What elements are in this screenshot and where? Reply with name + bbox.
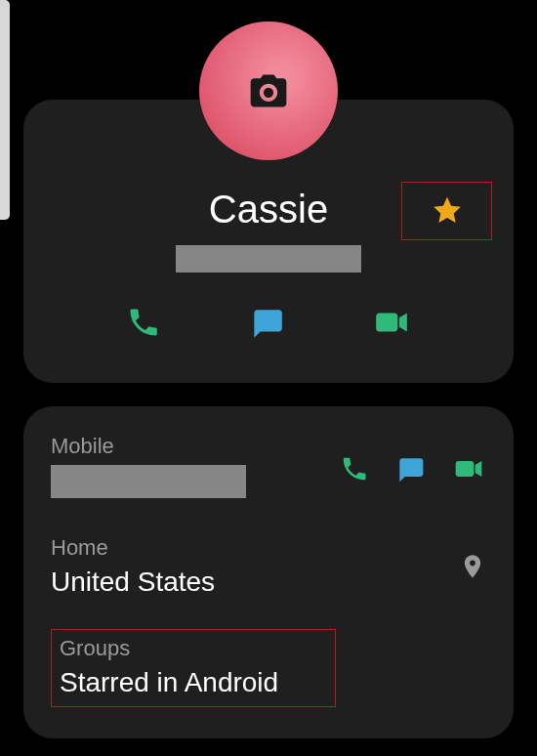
phone-icon[interactable] bbox=[126, 305, 161, 340]
contact-details-card: Mobile Home United States bbox=[23, 406, 514, 738]
message-icon[interactable] bbox=[394, 453, 426, 484]
mobile-field: Mobile bbox=[51, 434, 486, 498]
svg-point-0 bbox=[264, 88, 273, 98]
groups-value[interactable]: Starred in Android bbox=[60, 667, 327, 698]
groups-highlight-box: Groups Starred in Android bbox=[51, 629, 336, 707]
phone-icon[interactable] bbox=[340, 454, 369, 483]
message-icon[interactable] bbox=[248, 304, 285, 341]
star-icon[interactable] bbox=[431, 194, 464, 228]
home-value: United States bbox=[51, 567, 215, 598]
redacted-phone bbox=[51, 465, 246, 498]
mobile-actions bbox=[340, 453, 486, 484]
home-field: Home United States bbox=[51, 535, 486, 598]
contact-header-card: Cassie bbox=[23, 100, 514, 383]
redacted-info bbox=[176, 245, 361, 273]
scroll-handle[interactable] bbox=[0, 0, 10, 220]
action-row bbox=[23, 304, 514, 341]
favorite-highlight-box bbox=[401, 182, 492, 240]
video-icon[interactable] bbox=[451, 453, 486, 484]
home-label: Home bbox=[51, 535, 215, 561]
groups-label: Groups bbox=[60, 636, 327, 661]
location-pin-icon[interactable] bbox=[459, 551, 486, 582]
mobile-label: Mobile bbox=[51, 434, 340, 459]
video-icon[interactable] bbox=[372, 304, 411, 341]
camera-icon bbox=[247, 69, 290, 112]
avatar[interactable] bbox=[199, 21, 338, 160]
